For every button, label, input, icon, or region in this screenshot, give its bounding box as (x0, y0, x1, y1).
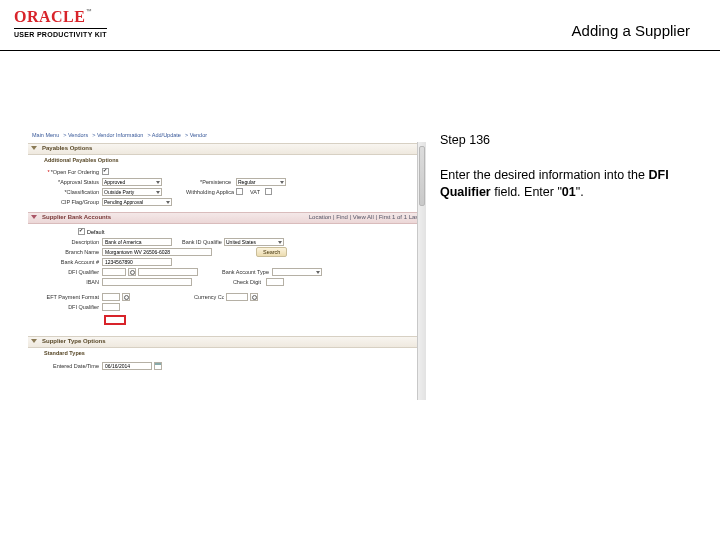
bank-nav-links[interactable]: Location | Find | View All | First 1 of … (309, 214, 420, 220)
withholding-label: Withholding Applicable (186, 189, 234, 195)
check-digit-label: Check Digit (224, 279, 264, 285)
approval-status-select[interactable]: Approved (102, 178, 162, 186)
bankid-label: Bank ID Qualifier (182, 239, 222, 245)
vat-label: VAT (245, 189, 263, 195)
crumb-2[interactable]: Vendor Information (97, 132, 143, 138)
scrollbar-thumb[interactable] (419, 146, 425, 206)
open-ordering-checkbox[interactable] (102, 168, 109, 175)
page-title: Adding a Supplier (572, 22, 690, 39)
routing-label: DFI Qualifier (32, 269, 102, 275)
check-digit-input[interactable] (266, 278, 284, 286)
eft-label: EFT Payment Format (32, 294, 102, 300)
account-type-select[interactable] (272, 268, 322, 276)
persistence-select[interactable]: Regular (236, 178, 286, 186)
dfi-qualifier-input[interactable] (102, 303, 120, 311)
calendar-icon[interactable] (154, 362, 162, 370)
chevron-down-icon[interactable] (31, 215, 37, 219)
entered-date-label: Entered Date/Time (32, 363, 102, 369)
brand-logo: ORACLE (14, 8, 85, 26)
bank-account-input[interactable]: 1234567890 (102, 258, 172, 266)
section-types[interactable]: Supplier Type Options (28, 336, 426, 348)
instruction-mid: field. Enter " (491, 185, 562, 199)
section-types-label: Supplier Type Options (42, 338, 106, 344)
account-type-label: Bank Account Type (222, 269, 270, 275)
crumb-4[interactable]: Vendor (190, 132, 207, 138)
header-divider (0, 50, 720, 51)
withholding-checkbox[interactable] (236, 188, 243, 195)
instruction-value: 01 (562, 185, 576, 199)
crumb-3[interactable]: Add/Update (152, 132, 181, 138)
approval-status-label: *Approval Status (32, 179, 102, 185)
crumb-1[interactable]: Vendors (68, 132, 88, 138)
breadcrumb[interactable]: Main Menu> Vendors> Vendor Information> … (28, 130, 426, 142)
step-label: Step 136 (440, 132, 690, 149)
scrollbar[interactable] (417, 142, 426, 400)
instruction-suffix: ". (576, 185, 584, 199)
instruction-text: Enter the desired information into the D… (440, 167, 690, 201)
bank-account-label: Bank Account # (32, 259, 102, 265)
subhead-additional: Additional Payables Options (28, 156, 417, 164)
highlight-box (104, 315, 126, 325)
vat-checkbox[interactable] (265, 188, 272, 195)
dfi-qualifier-label: DFI Qualifier (32, 304, 102, 310)
crumb-0[interactable]: Main Menu (32, 132, 59, 138)
open-ordering-label: **Open For Ordering (32, 169, 102, 175)
lookup-icon[interactable] (128, 268, 136, 276)
classification-select[interactable]: Outside Party (102, 188, 162, 196)
chevron-down-icon[interactable] (31, 146, 37, 150)
eft-input[interactable] (102, 293, 120, 301)
bankid-select[interactable]: United States (224, 238, 284, 246)
lookup-icon[interactable] (250, 293, 258, 301)
search-button[interactable]: Search (256, 247, 287, 257)
iban-input[interactable] (102, 278, 192, 286)
branch-label: Branch Name (32, 249, 102, 255)
routing-input[interactable] (102, 268, 126, 276)
cip-select[interactable]: Pending Approval (102, 198, 172, 206)
lookup-icon[interactable] (122, 293, 130, 301)
brand-subtitle: USER PRODUCTIVITY KIT (14, 28, 107, 38)
iban-label: IBAN (32, 279, 102, 285)
description-label: Description (32, 239, 102, 245)
section-bank[interactable]: Supplier Bank Accounts Location | Find |… (28, 212, 426, 224)
section-payables[interactable]: Payables Options ✕ (28, 143, 426, 155)
branch-input[interactable]: Morgantown WV 26506-6028 (102, 248, 212, 256)
section-payables-label: Payables Options (42, 145, 92, 151)
classification-label: *Classification (32, 189, 102, 195)
brand-tm: ™ (85, 8, 91, 14)
description-input[interactable]: Bank of America (102, 238, 172, 246)
currency-input[interactable] (226, 293, 248, 301)
persistence-label: *Persistence (186, 179, 234, 185)
entered-date-input[interactable]: 06/16/2014 (102, 362, 152, 370)
default-label: Default (87, 229, 104, 235)
routing-extra-input[interactable] (138, 268, 198, 276)
app-screenshot: 136 Main Menu> Vendors> Vendor Informati… (28, 130, 426, 400)
subhead-standard: Standard Types (28, 349, 417, 357)
currency-label: Currency Code (194, 294, 224, 300)
instruction-panel: Step 136 Enter the desired information i… (440, 132, 690, 201)
cip-label: CIP Flag/Group (32, 199, 102, 205)
brand-block: ORACLE™ USER PRODUCTIVITY KIT (14, 8, 107, 38)
default-checkbox[interactable] (78, 228, 85, 235)
section-bank-label: Supplier Bank Accounts (42, 214, 111, 220)
chevron-down-icon[interactable] (31, 339, 37, 343)
instruction-prefix: Enter the desired information into the (440, 168, 648, 182)
